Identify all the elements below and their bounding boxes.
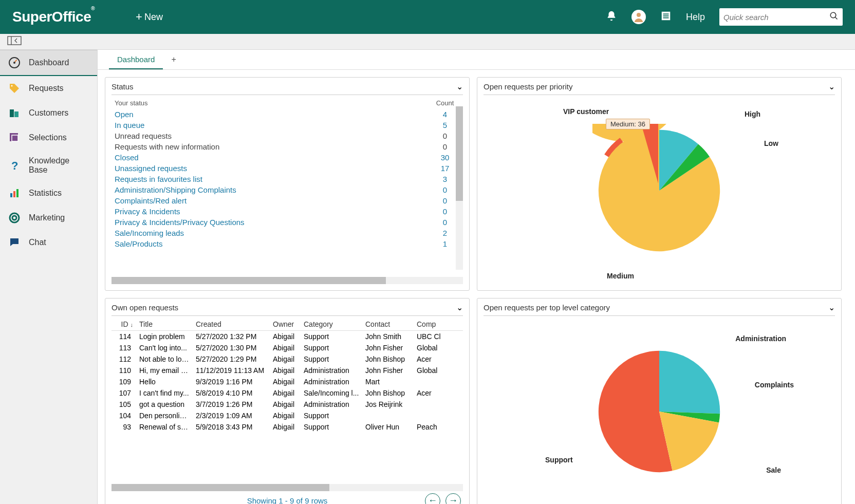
sidebar-item-requests[interactable]: Requests	[0, 76, 97, 101]
status-col-header: Your status	[111, 97, 427, 109]
status-row-label[interactable]: Privacy & Incidents	[111, 206, 427, 217]
sidebar-item-knowledge-base[interactable]: ? Knowledge Base	[0, 150, 97, 181]
vertical-scrollbar[interactable]	[456, 106, 463, 270]
horizontal-scrollbar[interactable]	[111, 277, 463, 284]
question-icon: ?	[8, 159, 21, 172]
tab-dashboard[interactable]: Dashboard	[109, 50, 163, 69]
selection-icon	[8, 132, 21, 144]
bar-chart-icon	[8, 187, 21, 199]
sidebar-item-marketing[interactable]: Marketing	[0, 206, 97, 230]
avatar[interactable]	[631, 10, 646, 24]
sidebar-item-label: Dashboard	[29, 58, 69, 67]
rows-showing-link[interactable]: Showing 1 - 9 of 9 rows	[247, 496, 328, 504]
sidebar-item-dashboard[interactable]: Dashboard	[0, 50, 97, 76]
svg-point-0	[637, 13, 641, 17]
sidebar-item-chat[interactable]: Chat	[0, 230, 97, 255]
status-row-label[interactable]: Closed	[111, 152, 427, 163]
plus-icon: +	[136, 10, 142, 24]
sidebar-item-label: Statistics	[29, 189, 62, 198]
status-row-label: Requests with new information	[111, 141, 427, 152]
col-header[interactable]: Comp	[414, 318, 463, 331]
svg-point-9	[11, 85, 13, 87]
table-row[interactable]: 104Den personlige...2/3/2019 1:09 AMAbig…	[111, 410, 463, 421]
pie-label: Support	[545, 456, 573, 464]
quick-search[interactable]	[719, 8, 843, 26]
sidebar-item-customers[interactable]: Customers	[0, 101, 97, 125]
next-page-button[interactable]: →	[445, 493, 461, 505]
target-icon	[8, 212, 21, 224]
chevron-down-icon[interactable]: ⌄	[828, 82, 835, 91]
status-row-label[interactable]: Privacy & Incidents/Privacy Questions	[111, 217, 427, 228]
panel-title: Open requests per priority	[484, 82, 572, 91]
chevron-down-icon[interactable]: ⌄	[828, 303, 835, 312]
svg-point-19	[12, 216, 16, 220]
pie-label: VIP customer	[563, 107, 609, 116]
table-row[interactable]: 107I can't find my...5/8/2019 4:10 PMAbi…	[111, 387, 463, 399]
col-header[interactable]: Created	[193, 318, 270, 331]
pie-label: High	[745, 110, 760, 118]
col-header[interactable]: Category	[301, 318, 362, 331]
status-row-label[interactable]: Requests in favourites list	[111, 174, 427, 184]
prev-page-button[interactable]: ←	[425, 493, 440, 505]
chevron-down-icon[interactable]: ⌄	[456, 82, 463, 91]
sidebar-item-selections[interactable]: Selections	[0, 125, 97, 150]
help-link[interactable]: Help	[686, 12, 705, 23]
svg-rect-16	[13, 191, 15, 197]
tab-bar: Dashboard +	[98, 50, 855, 70]
chart-tooltip: Medium: 36	[606, 119, 650, 129]
status-row-label: Unread requests	[111, 130, 427, 141]
category-pie-chart: Administration Complaints Sale Support	[484, 318, 835, 504]
status-row-label[interactable]: Unassigned requests	[111, 163, 427, 174]
panel-title: Own open requests	[111, 303, 178, 312]
pie-label: Complaints	[755, 381, 794, 389]
search-icon[interactable]	[829, 11, 839, 23]
svg-rect-2	[663, 13, 668, 14]
table-row[interactable]: 114Login problem5/27/2020 1:32 PMAbigail…	[111, 331, 463, 343]
search-input[interactable]	[723, 13, 829, 22]
top-bar: SuperOffice® + New Help	[0, 0, 855, 34]
col-header[interactable]: Owner	[270, 318, 301, 331]
table-row[interactable]: 93Renewal of serv...5/9/2018 3:43 PMAbig…	[111, 421, 463, 433]
col-header[interactable]: Contact	[362, 318, 414, 331]
svg-rect-15	[10, 193, 12, 197]
requests-table: ID ↓TitleCreatedOwnerCategoryContactComp…	[111, 318, 463, 433]
menu-icon[interactable]	[660, 10, 672, 24]
svg-rect-5	[8, 36, 21, 45]
sidebar-item-label: Customers	[29, 108, 68, 118]
svg-rect-10	[10, 109, 14, 117]
status-row-label[interactable]: Complaints/Red alert	[111, 195, 427, 206]
tag-icon	[8, 82, 21, 95]
status-row-label[interactable]: Administration/Shipping Complaints	[111, 184, 427, 195]
status-table: Your status Count Open4In queue5Unread r…	[111, 97, 463, 249]
panel-title: Open requests per top level category	[484, 303, 610, 312]
col-header[interactable]: ID ↓	[111, 318, 136, 331]
sidebar-item-label: Knowledge Base	[29, 156, 87, 175]
new-button[interactable]: + New	[136, 10, 163, 24]
chat-icon	[8, 236, 21, 249]
chevron-down-icon[interactable]: ⌄	[456, 303, 463, 312]
table-row[interactable]: 105got a question3/7/2019 1:26 PMAbigail…	[111, 399, 463, 410]
table-row[interactable]: 110Hi, my email li...11/12/2019 11:13 AM…	[111, 365, 463, 376]
horizontal-scrollbar[interactable]	[111, 484, 463, 491]
svg-rect-12	[10, 133, 18, 141]
panel-status: Status ⌄ Your status Count Open4In queue…	[105, 77, 470, 291]
pie-label: Medium	[607, 272, 634, 280]
panel-priority: Open requests per priority ⌄	[477, 77, 842, 291]
sidebar: Dashboard Requests Customers Selections …	[0, 50, 98, 504]
status-row-label[interactable]: In queue	[111, 120, 427, 130]
add-tab-button[interactable]: +	[163, 50, 184, 69]
svg-rect-17	[16, 189, 18, 197]
sidebar-item-label: Selections	[29, 133, 67, 142]
status-row-label[interactable]: Sale/Products	[111, 238, 427, 249]
table-row[interactable]: 109Hello9/3/2019 1:16 PMAbigailAdministr…	[111, 376, 463, 387]
collapse-sidebar-button[interactable]	[0, 34, 855, 50]
col-header[interactable]: Title	[136, 318, 193, 331]
table-row[interactable]: 112Not able to log...5/27/2020 1:29 PMAb…	[111, 353, 463, 365]
status-row-label[interactable]: Open	[111, 109, 427, 120]
sidebar-item-statistics[interactable]: Statistics	[0, 181, 97, 206]
bell-icon[interactable]	[606, 10, 617, 24]
svg-rect-11	[14, 111, 18, 117]
table-row[interactable]: 113Can't log into...5/27/2020 1:30 PMAbi…	[111, 342, 463, 353]
status-row-label[interactable]: Sale/Incoming leads	[111, 228, 427, 238]
priority-pie-chart: Medium: 36 VIP customer High Low Medium	[484, 97, 835, 284]
